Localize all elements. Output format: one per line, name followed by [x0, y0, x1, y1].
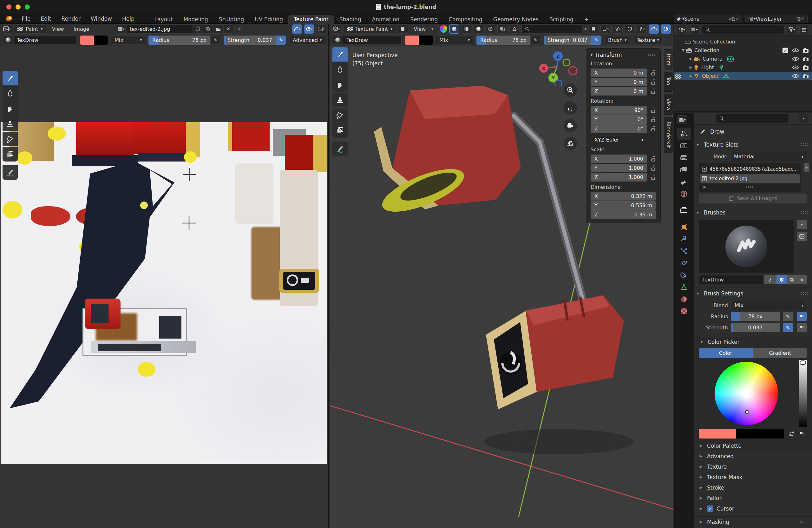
pin-icon[interactable]: ⌖	[238, 25, 241, 32]
tool-fill[interactable]	[332, 108, 348, 123]
primary-color-swatch[interactable]	[80, 35, 94, 45]
radius-pen-button[interactable]: ✎	[783, 312, 793, 321]
brush-name-field[interactable]: TexDraw	[699, 275, 764, 284]
view-layer-selector[interactable]: ▾ ViewLayer ⧉ ✕	[745, 15, 808, 23]
viewport-search-field[interactable]	[521, 25, 583, 34]
view-menu[interactable]: View	[410, 26, 430, 32]
brushes-header[interactable]: ▾Brushes	[694, 207, 812, 218]
texture-canvas[interactable]	[1, 122, 327, 464]
close-window-button[interactable]	[6, 4, 11, 10]
texture-slot-list[interactable]: 45678e5b8294898357a1aad5badc... tex-edit…	[699, 163, 801, 192]
strength-slider[interactable]: Strength0.037	[543, 35, 591, 45]
workspace-tab-layout[interactable]: Layout	[149, 15, 178, 24]
strength-slider[interactable]: 0.037	[731, 323, 780, 332]
workspace-tab-rendering[interactable]: Rendering	[405, 15, 443, 24]
proportional-edit-button[interactable]: ▾	[292, 25, 302, 34]
tool-mask[interactable]	[2, 147, 18, 161]
advanced-panel[interactable]: ▶Advanced	[694, 451, 812, 461]
properties-tab-view-layer[interactable]	[677, 164, 691, 176]
panel-drag-handle[interactable]	[801, 211, 809, 214]
collapse-caret[interactable]: ▾	[591, 53, 593, 57]
color-wheel-cursor[interactable]	[745, 410, 749, 414]
properties-tab-modifiers[interactable]	[677, 233, 691, 245]
brush-preview-button[interactable]	[333, 35, 343, 45]
strength-slider[interactable]: Strength0.037	[223, 35, 276, 45]
properties-tab-collection[interactable]	[677, 204, 691, 216]
workspace-tab-texture-paint[interactable]: Texture Paint	[288, 15, 334, 24]
scale-z-field[interactable]: Z1.000	[591, 173, 647, 182]
properties-tab-data[interactable]	[677, 281, 691, 293]
expand-icon[interactable]: ▶	[688, 57, 694, 61]
texture-menu[interactable]: Texture▾	[633, 35, 663, 45]
editor-type-button[interactable]: ▾	[677, 115, 687, 124]
outliner-row-scene-collection[interactable]: Scene Collection	[674, 38, 812, 46]
color-palette-panel[interactable]: ▶Color Palette	[694, 440, 812, 451]
list-resize-handle[interactable]	[746, 185, 754, 188]
stroke-panel[interactable]: ▶Stroke	[694, 482, 812, 493]
workspace-tab-shading[interactable]: Shading	[334, 15, 367, 24]
slot-mode-dropdown[interactable]: Material▾	[730, 152, 807, 161]
shading-wireframe-button[interactable]	[485, 25, 495, 34]
texture-slot-item-selected[interactable]: tex-edited-2.jpg	[700, 174, 800, 183]
scene-selector[interactable]: ▾ Scene ⌖ ⧉ ✕	[674, 15, 742, 23]
cursor-panel[interactable]: ▶ ✓ Cursor	[694, 503, 812, 514]
orientation-button[interactable]	[398, 25, 408, 34]
outliner-row-camera[interactable]: ▶ Camera	[674, 55, 812, 63]
brush-user-count[interactable]: 2	[764, 275, 777, 284]
editor-type-button[interactable]: ▾	[677, 25, 687, 34]
texture-panel[interactable]: ▶Texture	[694, 461, 812, 472]
tool-clone[interactable]	[2, 116, 18, 131]
outliner-row-collection[interactable]: ▼ Collection ✓	[674, 46, 812, 55]
workspace-tab-modeling[interactable]: Modeling	[178, 15, 214, 24]
new-image-button[interactable]: ⧉	[203, 25, 213, 34]
primary-color-swatch[interactable]	[699, 429, 736, 439]
lock-icon[interactable]	[650, 108, 656, 113]
browse-image-icon[interactable]: ▾	[116, 25, 126, 34]
shading-solid-button[interactable]	[449, 25, 459, 34]
axis-gizmo[interactable]: Z X Y	[537, 49, 579, 86]
shading-material-button[interactable]	[461, 25, 472, 34]
scale-x-field[interactable]: X1.000	[591, 155, 647, 163]
rotation-x-field[interactable]: X90°	[591, 106, 647, 115]
menu-render[interactable]: Render	[56, 14, 86, 24]
radius-pressure-button[interactable]: ✎	[210, 35, 220, 45]
panel-drag-handle[interactable]	[648, 53, 656, 56]
outliner-row-light[interactable]: ▶ Light	[674, 63, 812, 72]
dimension-z-field[interactable]: Z0.35 m	[591, 210, 656, 219]
hide-eye-icon[interactable]	[792, 48, 799, 53]
brush-name-field[interactable]: TexDraw	[13, 35, 77, 45]
menu-file[interactable]: File	[16, 14, 35, 24]
brush-dropdown-button[interactable]: ▾	[797, 220, 807, 229]
blender-logo-icon[interactable]	[4, 15, 14, 22]
cursor-checkbox[interactable]: ✓	[707, 505, 713, 512]
falloff-curve-button[interactable]	[661, 25, 671, 34]
disable-render-camera-icon[interactable]	[803, 56, 809, 61]
lock-icon[interactable]	[650, 88, 656, 94]
properties-tab-constraints[interactable]	[677, 269, 691, 281]
fake-user-shield-button[interactable]	[193, 25, 203, 34]
brush-menu[interactable]: Brush▾	[605, 35, 630, 45]
unlink-brush-button[interactable]: ✕	[797, 275, 807, 284]
hide-eye-icon[interactable]	[792, 65, 799, 70]
brush-colors[interactable]	[405, 35, 433, 45]
fake-user-shield-button[interactable]	[777, 275, 787, 284]
add-workspace-button[interactable]: +	[579, 15, 594, 24]
menu-edit[interactable]: Edit	[35, 14, 56, 24]
expand-icon[interactable]: ▶	[688, 74, 694, 78]
hide-eye-icon[interactable]	[792, 56, 799, 61]
tool-draw[interactable]	[2, 71, 18, 85]
tool-mask[interactable]	[332, 123, 348, 138]
falloff-curve-button[interactable]: ▾	[304, 25, 314, 34]
radius-slider[interactable]: 78 px	[731, 312, 780, 321]
properties-tab-physics[interactable]	[677, 257, 691, 269]
hide-eye-icon[interactable]	[792, 74, 799, 79]
color-tab[interactable]: Color	[699, 348, 753, 358]
color-pressure-button[interactable]	[797, 429, 807, 439]
texture-slots-header[interactable]: ▾Texture Slots	[694, 139, 812, 150]
shading-rendered-button[interactable]	[473, 25, 483, 34]
scale-y-field[interactable]: Y1.000	[591, 164, 647, 172]
axis-neg-y-ball[interactable]	[563, 59, 570, 66]
sidebar-tab-view[interactable]: View	[664, 94, 673, 115]
workspace-tab-sculpting[interactable]: Sculpting	[214, 15, 249, 24]
workspace-tab-scripting[interactable]: Scripting	[544, 15, 579, 24]
